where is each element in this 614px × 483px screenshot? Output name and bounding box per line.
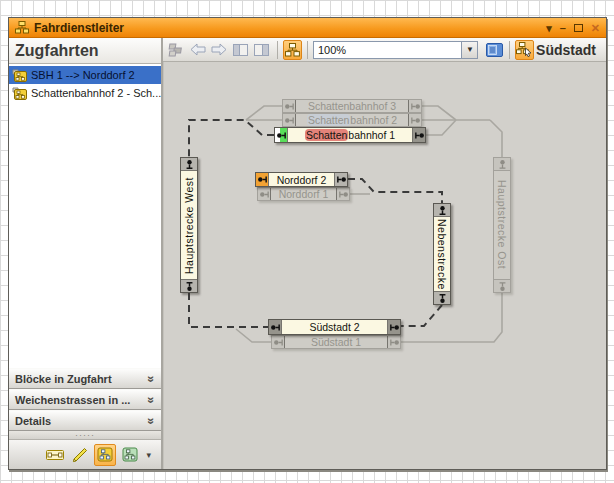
diagram-toolbar: 100% ▼ [163,38,606,62]
pane-left-button[interactable] [231,40,250,60]
legend-button[interactable] [484,40,503,60]
flowchart-yellow-icon [97,447,113,462]
signal-icon[interactable] [283,114,296,126]
minimize-button[interactable]: – [560,23,566,33]
zugfahrt-new-button[interactable] [119,444,141,466]
maximize-button[interactable] [574,24,583,32]
zugfahrten-list[interactable]: SBH 1 --> Norddorf 2 Schattenbahnhof 2 -… [9,64,161,368]
chevron-expand-icon: » [145,375,159,382]
signal-icon[interactable] [283,100,296,112]
panel-bloecke-in-zugfahrt[interactable]: Blöcke in Zugfahrt » [9,368,161,389]
toolbar-separator [509,41,510,59]
legend-icon [486,43,503,57]
nav-forward-button[interactable] [210,40,229,60]
sidebar-toolbar: ▾ [9,439,161,469]
zoom-combobox[interactable]: 100% ▼ [313,41,478,59]
panel-weichenstrassen[interactable]: Weichenstrassen in ... » [9,389,161,410]
signal-icon[interactable] [181,158,197,171]
sidebar: Zugfahrten SBH 1 --> Norddorf 2 [9,38,163,469]
titlebar[interactable]: Fahrdienstleiter ▾ – ✕ [9,18,606,38]
panel-splitter[interactable]: ····· [9,431,161,439]
arrow-right-icon [211,43,227,56]
nav-back-button[interactable] [188,40,207,60]
search-match-highlight: Schatten [307,114,350,126]
split-left-icon [233,44,248,56]
block-norddorf-1[interactable]: Norddorf 1 [257,187,350,201]
list-item-schattenbahnhof2[interactable]: Schattenbahnhof 2 - Sch... [9,84,161,102]
block-label: Schattenbahnhof 2 [296,114,408,126]
zugfahrt-icon [12,87,27,100]
pencil-icon [71,446,89,464]
block-schattenbahnhof-3[interactable]: Schattenbahnhof 3 [282,99,422,113]
signal-icon[interactable] [387,320,400,334]
flowchart-cursor-icon [516,42,532,57]
track-diagram-canvas[interactable]: Schattenbahnhof 3 Schattenbahnhof 2 Scha… [163,62,606,469]
signal-icon[interactable] [434,291,450,304]
flowchart-icon [15,21,29,34]
block-icon [46,450,64,460]
block-hauptstrecke-ost[interactable]: Hauptstrecke Ost [493,157,511,293]
zoom-value: 100% [314,44,461,56]
signal-icon[interactable] [412,128,425,142]
toolbar-separator [277,41,278,59]
block-label: Hauptstrecke Ost [494,171,510,279]
toolbar-separator [307,41,308,59]
station-label: Südstadt [536,42,596,58]
overview-button[interactable] [167,40,186,60]
flowchart-icon [285,43,300,57]
arrow-left-icon [190,43,206,56]
signal-icon-orange[interactable] [256,173,269,186]
panel-details[interactable]: Details » [9,410,161,431]
close-button[interactable]: ✕ [591,23,600,33]
window-menu-button[interactable]: ▾ [546,23,552,33]
sidebar-title: Zugfahrten [9,38,161,64]
chevron-down-icon[interactable]: ▼ [461,42,477,58]
signal-icon[interactable] [334,173,347,186]
signal-icon[interactable] [387,336,400,348]
signal-icon[interactable] [269,320,282,334]
signal-icon[interactable] [408,100,421,112]
chevron-expand-icon: » [145,396,159,403]
block-label: Schattenbahnhof 3 [296,100,408,112]
signal-icon[interactable] [258,188,271,200]
signal-icon-green[interactable] [275,128,288,142]
chevron-expand-icon: » [145,417,159,424]
signal-icon[interactable] [272,336,285,348]
block-label: Hauptstrecke West [181,171,197,279]
panel-label: Blöcke in Zugfahrt [15,373,112,385]
signal-icon[interactable] [434,204,450,217]
block-label: Nebenstrecke [434,217,450,291]
list-item-label: Schattenbahnhof 2 - Sch... [31,87,161,99]
list-item-label: SBH 1 --> Norddorf 2 [31,69,135,81]
block-label: Norddorf 2 [269,173,334,186]
fahrdienstleiter-window: Fahrdienstleiter ▾ – ✕ Zugfahrten [8,17,607,470]
zugfahrt-mode-button[interactable] [94,444,116,466]
signal-icon[interactable] [181,279,197,292]
split-right-icon [254,44,269,56]
signal-icon[interactable] [494,158,510,171]
more-tools-dropdown[interactable]: ▾ [144,450,153,460]
search-match-highlight: Schatten [305,129,348,141]
block-schattenbahnhof-1[interactable]: Schattenbahnhof 1 [274,127,426,143]
panel-label: Weichenstrassen in ... [15,394,130,406]
signal-icon[interactable] [408,114,421,126]
signal-icon[interactable] [336,188,349,200]
draw-route-button[interactable] [69,444,91,466]
block-edit-button[interactable] [44,444,66,466]
splitter-dots: ····· [75,433,95,437]
block-hauptstrecke-west[interactable]: Hauptstrecke West [180,157,198,293]
block-suedstadt-2[interactable]: Südstadt 2 [268,319,401,335]
flowchart-green-icon [122,447,138,462]
block-schattenbahnhof-2[interactable]: Schattenbahnhof 2 [282,113,422,127]
block-nebenstrecke[interactable]: Nebenstrecke [433,203,451,305]
select-mode-button[interactable] [515,40,535,60]
block-norddorf-2[interactable]: Norddorf 2 [255,172,348,187]
signal-icon[interactable] [494,279,510,292]
list-item-sbh1-norddorf2[interactable]: SBH 1 --> Norddorf 2 [9,66,161,84]
active-route-lines [189,120,442,327]
block-suedstadt-1[interactable]: Südstadt 1 [271,335,401,349]
pane-right-button[interactable] [252,40,271,60]
diagram-view-button[interactable] [283,40,303,60]
block-label: Südstadt 2 [282,320,387,334]
block-label: Schattenbahnhof 1 [288,128,412,142]
